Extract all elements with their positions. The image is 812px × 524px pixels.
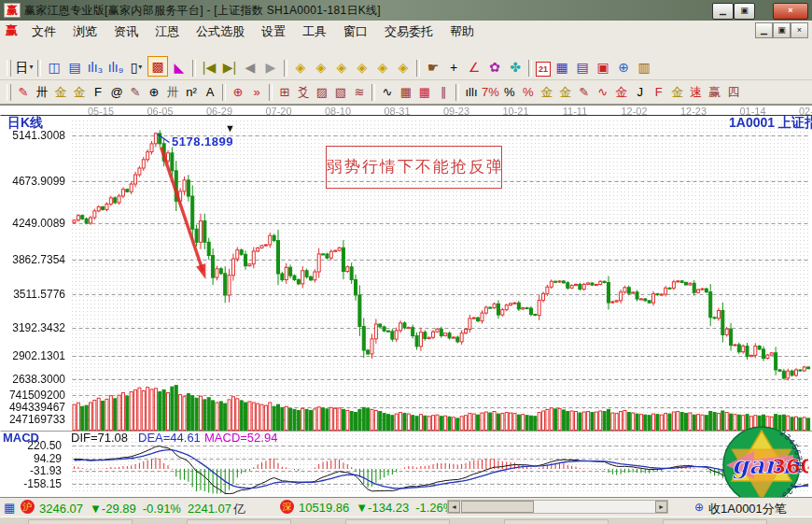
- gold-circle-icon[interactable]: 金: [539, 84, 555, 101]
- child-minimize-button[interactable]: ▁: [755, 22, 773, 38]
- matrix-grid-red-icon[interactable]: ▦: [416, 84, 433, 101]
- golden-section-2-icon[interactable]: 金: [71, 84, 88, 101]
- angle-measure-icon[interactable]: ∠: [465, 58, 483, 77]
- network-icon[interactable]: ⊕: [614, 58, 633, 77]
- menu-item-6[interactable]: 设置: [253, 24, 294, 38]
- a-lines-icon[interactable]: A: [202, 84, 218, 101]
- menu-item-1[interactable]: 文件: [23, 24, 64, 38]
- f-angle-icon[interactable]: F: [651, 84, 667, 101]
- zoom-compress-glyph: ◈: [378, 58, 388, 77]
- pan-hand-icon[interactable]: ☛: [424, 58, 442, 77]
- percent-line-icon[interactable]: %: [520, 84, 537, 101]
- color-chart-icon[interactable]: ◣: [170, 58, 189, 77]
- prev-page-icon[interactable]: ◀: [241, 58, 259, 77]
- zoom-shrink-icon[interactable]: ◈: [353, 58, 371, 77]
- horizontal-scrollbar[interactable]: ◄ ►: [447, 500, 668, 514]
- draw-pencil-icon[interactable]: ✎: [15, 84, 32, 101]
- menu-item-5[interactable]: 公式选股: [188, 24, 253, 38]
- data-transfer-icon[interactable]: ▥: [635, 58, 653, 77]
- draw-pencil-2-icon[interactable]: ✎: [127, 84, 144, 101]
- fibonacci-ruler-icon[interactable]: F: [90, 84, 106, 101]
- gann-flower-icon[interactable]: ✿: [485, 58, 504, 77]
- info-panel-icon[interactable]: ▤: [65, 58, 84, 77]
- scroll-left-arrow[interactable]: ◄: [448, 501, 460, 513]
- child-restore-button[interactable]: ▣: [773, 22, 791, 38]
- gann-fan-icon[interactable]: 爻: [295, 84, 312, 101]
- gold-red-icon[interactable]: 金: [613, 84, 630, 101]
- crosshair-icon[interactable]: +: [444, 58, 463, 77]
- kline-period-icon[interactable]: 日▾: [15, 58, 34, 77]
- annotation-box[interactable]: 弱势行情下不能抢反弹: [326, 146, 502, 189]
- scroll-right-arrow[interactable]: ►: [655, 501, 667, 513]
- dea-value-label: DEA=44.61: [138, 431, 201, 445]
- more-tools-icon[interactable]: »: [248, 84, 265, 101]
- zigzag-icon[interactable]: ∿: [379, 84, 396, 101]
- color-chart-glyph: ◣: [175, 58, 185, 77]
- stat-bars-icon[interactable]: ıllı: [463, 84, 480, 101]
- shanghai-quote[interactable]: 3246.07▼-29.89-0.91%2241.07亿: [39, 501, 252, 517]
- gold-line-icon[interactable]: 金: [557, 84, 574, 101]
- bars-3-icon[interactable]: ılı₃: [86, 58, 105, 77]
- candle-style-icon[interactable]: ▯▾: [127, 58, 146, 77]
- wave-tool-icon[interactable]: ∿: [595, 84, 611, 101]
- sz-index-value: 10519.86: [299, 501, 349, 515]
- gann-grid-icon[interactable]: ⊞: [276, 84, 293, 101]
- zoom-left-icon[interactable]: ◈: [291, 58, 310, 77]
- realtime-chart-icon[interactable]: ◫: [45, 58, 63, 77]
- ray-lines-icon[interactable]: ≋: [351, 84, 368, 101]
- zoom-compress-icon[interactable]: ◈: [373, 58, 392, 77]
- a-lines-glyph: A: [206, 83, 215, 102]
- menu-item-9[interactable]: 交易委托: [376, 24, 441, 38]
- close-button[interactable]: ×: [773, 3, 808, 20]
- win-angle-icon[interactable]: 赢: [707, 84, 723, 101]
- zoom-all-icon[interactable]: ◈: [394, 58, 413, 77]
- bars-9-icon[interactable]: ılı₉: [106, 58, 125, 77]
- price-lines-icon[interactable]: 卅: [164, 84, 181, 101]
- next-page-icon[interactable]: ▶: [261, 58, 280, 77]
- first-page-icon[interactable]: |◀: [200, 58, 218, 77]
- menu-item-10[interactable]: 帮助: [441, 24, 483, 38]
- pattern-box-icon[interactable]: ▩: [147, 56, 168, 77]
- zoom-right-icon[interactable]: ◈: [312, 58, 330, 77]
- last-page-icon[interactable]: ▶|: [220, 58, 239, 77]
- four-angle-icon[interactable]: 四: [725, 84, 742, 101]
- pattern-box-glyph: ▩: [151, 57, 163, 76]
- parallel-lines-icon[interactable]: ∥: [435, 84, 452, 101]
- scroll-thumb[interactable]: [461, 501, 534, 513]
- menu-item-8[interactable]: 窗口: [335, 24, 376, 38]
- calendar-icon[interactable]: 21: [536, 62, 551, 77]
- child-close-button[interactable]: ×: [791, 22, 808, 38]
- menu-item-7[interactable]: 工具: [294, 24, 335, 38]
- time-circle-icon[interactable]: ⊕: [146, 84, 162, 101]
- gold-angle-icon[interactable]: 金: [669, 84, 686, 101]
- matrix-grid-icon[interactable]: ▦: [398, 84, 414, 101]
- menu-bar: 赢 文件浏览资讯江恩公式选股设置工具窗口交易委托帮助 ▁ ▣ ×: [0, 21, 812, 42]
- target-circle-icon[interactable]: ⊕: [230, 84, 246, 101]
- n-square-icon[interactable]: n²: [183, 84, 200, 101]
- tick-view-label[interactable]: 收1A0001分笔: [708, 501, 787, 517]
- memo-icon[interactable]: ▤: [573, 58, 592, 77]
- brush-flag-icon[interactable]: ✎: [576, 84, 593, 101]
- quote-table-icon[interactable]: ▦: [4, 501, 15, 515]
- minimize-button[interactable]: ▁: [712, 3, 734, 20]
- parallel-lines-glyph: ∥: [441, 83, 447, 102]
- menu-item-4[interactable]: 江恩: [147, 24, 188, 38]
- menu-item-2[interactable]: 浏览: [64, 24, 105, 38]
- save-icon[interactable]: ▣: [594, 58, 612, 77]
- zoom-expand-icon[interactable]: ◈: [332, 58, 351, 77]
- trend-lines-icon[interactable]: 卅: [34, 84, 50, 101]
- speed-angle-icon[interactable]: 速: [688, 84, 705, 101]
- spiral-icon[interactable]: @: [108, 84, 125, 101]
- calculator-icon[interactable]: ▦: [553, 58, 571, 77]
- toolbar-handle[interactable]: [7, 60, 11, 77]
- restore-button[interactable]: ▣: [734, 3, 755, 20]
- gann-web-icon[interactable]: ✤: [506, 58, 525, 77]
- j-angle-icon[interactable]: J: [632, 84, 649, 101]
- percent-7-icon[interactable]: 7%: [482, 84, 499, 101]
- menu-item-3[interactable]: 资讯: [105, 24, 147, 38]
- toolbar-handle[interactable]: [7, 84, 11, 101]
- gann-box-icon[interactable]: ▨: [314, 84, 330, 101]
- shaded-box-icon[interactable]: ▧: [332, 84, 349, 101]
- golden-section-icon[interactable]: 金: [52, 84, 69, 101]
- percent-icon[interactable]: %: [501, 84, 518, 101]
